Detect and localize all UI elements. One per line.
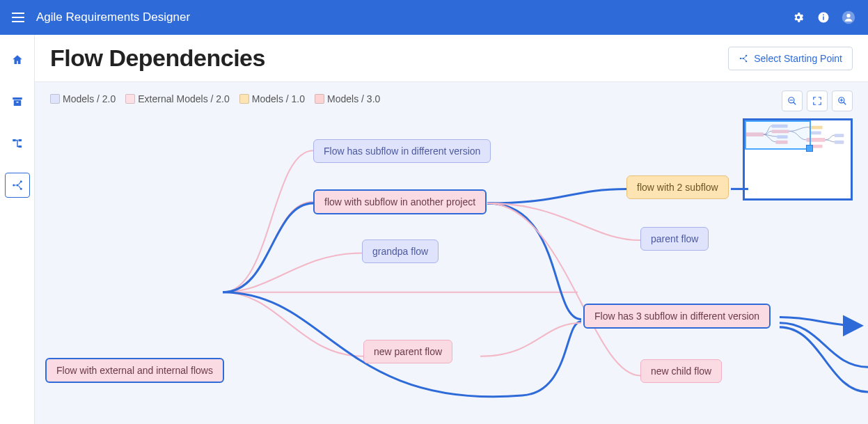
dependencies-icon[interactable] [5, 173, 30, 198]
archive-icon[interactable] [5, 89, 30, 114]
info-icon[interactable] [814, 8, 833, 27]
svg-point-14 [13, 184, 15, 187]
app-title: Agile Requirements Designer [36, 10, 190, 24]
node-parent[interactable]: parent flow [640, 227, 709, 251]
node-subflow-another-project[interactable]: flow with subflow in another project [313, 189, 487, 214]
node-subflow-different-version[interactable]: Flow has subflow in different version [313, 139, 491, 163]
node-label: flow with subflow in another project [324, 196, 475, 207]
svg-point-18 [740, 57, 741, 58]
node-label: parent flow [651, 233, 698, 244]
tree-icon[interactable] [5, 131, 30, 156]
node-label: Flow with external and internal flows [56, 365, 213, 376]
node-grandpa[interactable]: grandpa flow [362, 240, 439, 263]
node-root[interactable]: Flow with external and internal flows [45, 358, 224, 383]
menu-icon[interactable] [10, 9, 26, 26]
app-header: Agile Requirements Designer [0, 0, 868, 35]
svg-rect-5 [823, 15, 824, 16]
svg-rect-12 [18, 139, 22, 141]
svg-rect-8 [13, 97, 22, 100]
svg-rect-4 [823, 17, 824, 20]
svg-rect-1 [12, 17, 24, 18]
svg-point-7 [846, 14, 850, 17]
target-icon [739, 54, 748, 63]
svg-rect-2 [12, 21, 24, 22]
node-flow-with-2-subflow[interactable]: flow with 2 subflow [626, 175, 729, 199]
page-title: Flow Dependencies [50, 45, 265, 72]
node-new-child[interactable]: new child flow [640, 359, 722, 383]
node-label: Flow has 3 subflow in different version [594, 311, 759, 322]
home-icon[interactable] [5, 47, 30, 72]
svg-point-17 [16, 184, 18, 187]
canvas[interactable]: Models / 2.0 External Models / 2.0 Model… [35, 82, 868, 424]
node-label: new child flow [651, 366, 711, 377]
sidebar [0, 35, 35, 424]
user-icon[interactable] [839, 8, 858, 27]
settings-icon[interactable] [789, 8, 808, 27]
node-label: flow with 2 subflow [637, 182, 718, 193]
select-starting-point-button[interactable]: Select Starting Point [728, 47, 853, 70]
node-three-subflow-different-version[interactable]: Flow has 3 subflow in different version [583, 304, 771, 329]
node-new-parent[interactable]: new parent flow [363, 340, 452, 363]
node-label: new parent flow [374, 346, 442, 357]
svg-point-21 [743, 57, 744, 58]
select-starting-point-label: Select Starting Point [754, 53, 842, 64]
svg-rect-9 [13, 100, 21, 106]
svg-rect-0 [12, 13, 24, 14]
node-label: grandpa flow [372, 246, 428, 257]
node-label: Flow has subflow in different version [324, 146, 480, 157]
svg-rect-10 [16, 102, 18, 103]
page-header: Flow Dependencies Select Starting Point [35, 35, 868, 82]
svg-rect-11 [13, 139, 16, 141]
